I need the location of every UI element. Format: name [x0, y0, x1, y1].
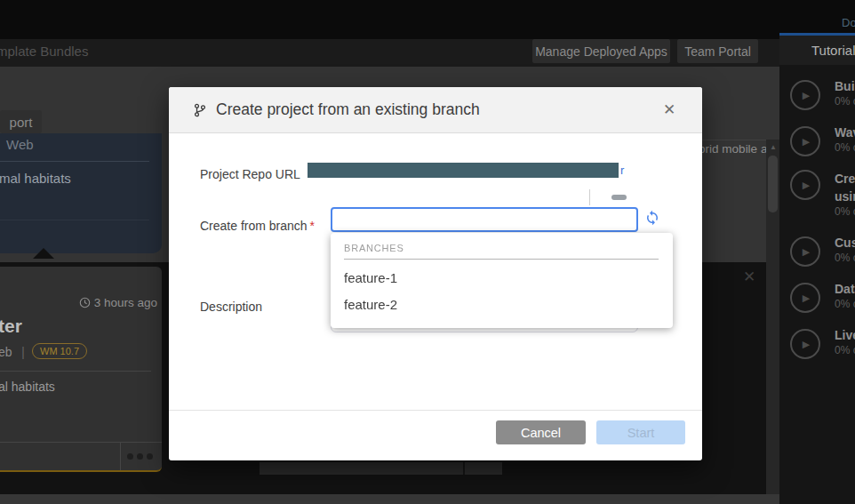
refresh-icon[interactable]: [644, 210, 660, 226]
tutorial-item-title[interactable]: Build: [835, 79, 855, 93]
dialog-title: Create project from an existing branch: [216, 100, 480, 119]
tutorial-item-progress: 0% co: [835, 252, 855, 264]
start-button[interactable]: Start: [596, 420, 685, 444]
version-badge: WM 10.7: [32, 343, 87, 359]
popover-item-web[interactable]: Web: [6, 137, 34, 152]
git-branch-icon: [193, 102, 207, 118]
tutorial-item-title[interactable]: Wave: [835, 125, 855, 140]
scrollbar[interactable]: ▲: [766, 140, 779, 494]
platform-separator: |: [21, 344, 25, 359]
tutorial-item-progress: 0% co: [835, 205, 855, 218]
secondary-bar: mplate Bundles Manage Deployed Apps Team…: [0, 39, 779, 67]
required-asterisk: *: [310, 219, 315, 233]
tutorial-item-progress: 0% co: [835, 95, 855, 108]
scrollbar-up-arrow-icon[interactable]: ▲: [770, 143, 777, 151]
docs-link[interactable]: Do: [842, 16, 855, 29]
dialog-header: Create project from an existing branch: [169, 87, 702, 133]
dialog-footer-divider: [169, 410, 702, 411]
background-dialog-bar: [260, 462, 502, 475]
card-footer-divider: [0, 442, 162, 443]
project-title: ter: [0, 316, 22, 337]
play-icon[interactable]: ▶: [790, 283, 820, 313]
tutorials-header: Tutorial: [779, 36, 855, 65]
popover-caret: [33, 248, 54, 259]
tutorial-item-progress: 0% co: [835, 141, 855, 154]
card-footer-vertical-divider: [120, 442, 121, 470]
manage-deployed-apps-button[interactable]: Manage Deployed Apps: [532, 39, 670, 63]
tutorial-item-title[interactable]: Crea: [835, 172, 855, 186]
tutorial-item-title-line2[interactable]: using: [835, 189, 855, 204]
branches-header-underline: [344, 259, 659, 260]
branches-dropdown: BRANCHES feature-1 feature-2: [331, 233, 673, 328]
divider-line-artifact: [589, 189, 590, 205]
branch-option-feature-1[interactable]: feature-1: [344, 270, 397, 285]
play-icon[interactable]: ▶: [790, 329, 820, 359]
tutorial-item-progress: 0% co: [835, 298, 855, 310]
project-platform: eb: [0, 345, 12, 359]
repo-url-label: Project Repo URL: [200, 167, 300, 181]
background-close-icon[interactable]: ✕: [743, 268, 755, 286]
background-dialog-bar-divider: [463, 462, 465, 475]
dash-artifact: [611, 195, 627, 200]
branch-label: Create from branch*: [200, 219, 315, 233]
project-timestamp-label: 3 hours ago: [94, 296, 157, 309]
card-divider: [0, 371, 151, 372]
popover-divider: [0, 161, 149, 162]
create-project-dialog: Create project from an existing branch ✕…: [169, 87, 702, 460]
more-options-icon[interactable]: [127, 453, 153, 460]
play-icon[interactable]: ▶: [790, 80, 820, 110]
background-popover: Web mal habitats: [0, 133, 162, 253]
project-description: al habitats: [0, 380, 55, 394]
branches-group-header: BRANCHES: [344, 243, 404, 253]
play-icon[interactable]: ▶: [790, 126, 820, 156]
team-portal-button[interactable]: Team Portal: [677, 39, 758, 63]
branch-input[interactable]: [331, 207, 638, 232]
play-icon[interactable]: ▶: [790, 170, 820, 200]
template-bundles-link[interactable]: mplate Bundles: [0, 44, 88, 59]
bottom-status-strip: [0, 494, 779, 504]
clock-icon: [79, 297, 91, 308]
play-icon[interactable]: ▶: [790, 236, 820, 267]
cancel-button[interactable]: Cancel: [496, 420, 586, 444]
project-timestamp: 3 hours ago: [79, 296, 157, 309]
repo-url-trailing-char: r: [620, 164, 624, 177]
description-label: Description: [200, 300, 262, 314]
popover-divider-2: [0, 220, 149, 220]
tutorial-item-title[interactable]: Live: [835, 328, 855, 342]
tutorial-item-progress: 0% co: [835, 344, 855, 356]
tutorial-item-title[interactable]: Cust: [835, 236, 855, 250]
top-bar: Do: [0, 0, 855, 39]
scrollbar-thumb[interactable]: [768, 156, 778, 212]
project-card: 3 hours ago ter eb | WM 10.7 al habitats: [0, 267, 162, 472]
tutorials-sidebar: Tutorial ▶ Build 0% co ▶ Wave 0% co ▶ Cr…: [779, 33, 855, 504]
port-tab[interactable]: port: [0, 110, 42, 133]
tutorials-title: Tutorial: [811, 43, 855, 58]
tutorial-item-title[interactable]: Data: [835, 282, 855, 296]
repo-url-selected-text[interactable]: [308, 163, 619, 178]
close-icon[interactable]: ✕: [663, 100, 675, 119]
popover-item-habitats[interactable]: mal habitats: [0, 171, 71, 186]
branch-option-feature-2[interactable]: feature-2: [344, 297, 397, 312]
screen: Do mplate Bundles Manage Deployed Apps T…: [0, 0, 855, 504]
